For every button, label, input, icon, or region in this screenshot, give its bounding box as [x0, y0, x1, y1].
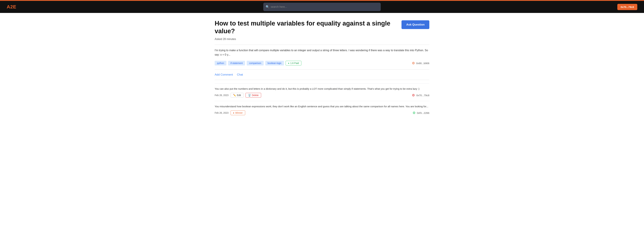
comment-user-info: ⚙ 0x70...79c8 [412, 93, 429, 97]
tag-comparison[interactable]: comparison [247, 61, 264, 66]
winner-label: Winner [235, 112, 243, 114]
paid-badge: ♦ 1.6 Paid [286, 61, 302, 66]
main-content: How to test multiple variables for equal… [204, 13, 440, 125]
winner-button[interactable]: ♦ Winner [230, 110, 245, 115]
edit-icon: ✏️ [233, 94, 236, 97]
question-body: I'm trying to make a function that will … [215, 48, 429, 57]
comment-text: You misunderstand how boolean expression… [215, 104, 429, 108]
edit-label: Edit [237, 94, 241, 97]
comment-item: You misunderstand how boolean expression… [215, 101, 429, 119]
comment-section: You can also put the numbers and letters… [215, 83, 429, 119]
logo: A2E [7, 4, 16, 10]
winner-icon: ♦ [233, 112, 234, 114]
comment-item: You can also put the numbers and letters… [215, 83, 429, 101]
comment-text: You can also put the numbers and letters… [215, 87, 429, 91]
comment-user-avatar: ⚙ [412, 111, 416, 115]
comment-footer: Feb 26, 2023 ♦ Winner ⚙ 0xf3...2266 [215, 110, 429, 115]
ask-question-button[interactable]: Ask Question [402, 20, 429, 29]
actions-row: Add Comment Chat [215, 73, 429, 76]
divider-1 [215, 45, 429, 45]
tags-row: python if-statement comparison boolean-l… [215, 61, 429, 66]
question-user-info: ⚙ 0x90...b906 [412, 61, 429, 65]
search-container: 🔍 [263, 3, 381, 11]
asked-time: Asked 28 minutes [215, 38, 429, 41]
delete-icon: 🗑️ [248, 94, 251, 97]
comment-user-address: 0x70...79c8 [416, 94, 429, 97]
search-input[interactable] [263, 3, 381, 11]
question-title: How to test multiple variables for equal… [215, 20, 395, 35]
tag-boolean-logic[interactable]: boolean-logic [265, 61, 284, 66]
question-user-address: 0x90...b906 [416, 62, 429, 65]
tag-if-statement[interactable]: if-statement [228, 61, 245, 66]
wallet-button[interactable]: 0x70...79c8 [617, 4, 637, 10]
comment-footer: Feb 26, 2023 ✏️ Edit 🗑️ Delete ⚙ 0x70...… [215, 93, 429, 98]
chat-link[interactable]: Chat [237, 73, 243, 76]
question-header: How to test multiple variables for equal… [215, 20, 429, 35]
comment-user-address: 0xf3...2266 [417, 112, 429, 114]
search-icon: 🔍 [266, 5, 269, 9]
tag-python[interactable]: python [215, 61, 226, 66]
header-right: 0x70...79c8 [617, 4, 637, 10]
logo-main: 2E [10, 4, 16, 10]
logo-accent: A [7, 4, 10, 10]
comment-date: Feb 26, 2023 [215, 94, 228, 97]
comment-user-avatar: ⚙ [412, 93, 415, 97]
delete-label: Delete [252, 94, 258, 97]
edit-button[interactable]: ✏️ Edit [230, 93, 244, 98]
comment-user-info: ⚙ 0xf3...2266 [412, 111, 429, 115]
delete-button[interactable]: 🗑️ Delete [246, 93, 261, 98]
add-comment-link[interactable]: Add Comment [215, 73, 233, 76]
question-user-avatar: ⚙ [412, 61, 415, 65]
header: A2E 🔍 0x70...79c8 [0, 1, 644, 13]
comment-date: Feb 26, 2023 [215, 112, 228, 114]
paid-icon: ♦ [288, 62, 289, 65]
paid-label: 1.6 Paid [290, 62, 299, 65]
